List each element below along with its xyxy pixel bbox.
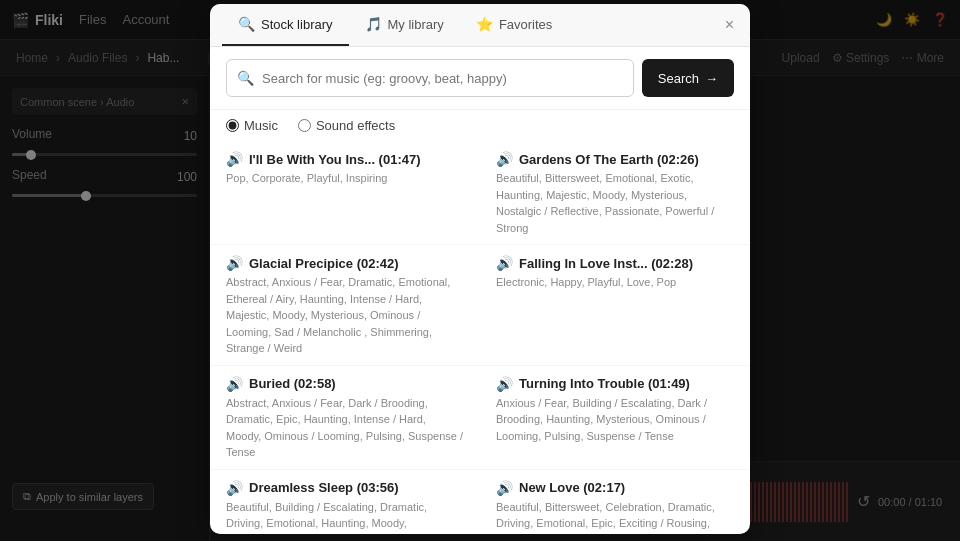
radio-row: Music Sound effects: [210, 110, 750, 137]
search-arrow-icon: →: [705, 71, 718, 86]
track-tags: Abstract, Anxious / Fear, Dramatic, Emot…: [226, 274, 464, 357]
track-tags: Beautiful, Bittersweet, Celebration, Dra…: [496, 499, 734, 535]
tab-favorites-label: Favorites: [499, 17, 552, 32]
track-tags: Electronic, Happy, Playful, Love, Pop: [496, 274, 734, 291]
speaker-icon: 🔊: [496, 480, 513, 496]
track-item[interactable]: 🔊 Falling In Love Inst... (02:28) Electr…: [480, 245, 750, 366]
track-title: Dreamless Sleep (03:56): [249, 480, 399, 495]
modal-search-area: 🔍 Search →: [210, 47, 750, 110]
modal-tabs: 🔍 Stock library 🎵 My library ⭐ Favorites…: [210, 4, 750, 47]
library-tab-icon: 🎵: [365, 16, 382, 32]
tab-my-library[interactable]: 🎵 My library: [349, 4, 460, 46]
track-tags: Anxious / Fear, Building / Escalating, D…: [496, 395, 734, 445]
radio-music[interactable]: [226, 119, 239, 132]
modal-overlay: 🔍 Stock library 🎵 My library ⭐ Favorites…: [0, 0, 960, 541]
search-row: 🔍 Search →: [226, 59, 734, 97]
tab-favorites[interactable]: ⭐ Favorites: [460, 4, 568, 46]
favorites-tab-icon: ⭐: [476, 16, 493, 32]
search-input[interactable]: [262, 71, 623, 86]
speaker-icon: 🔊: [496, 255, 513, 271]
track-title: Glacial Precipice (02:42): [249, 256, 399, 271]
track-title: Falling In Love Inst... (02:28): [519, 256, 693, 271]
track-tags: Abstract, Anxious / Fear, Dark / Broodin…: [226, 395, 464, 461]
search-button-label: Search: [658, 71, 699, 86]
search-input-wrap: 🔍: [226, 59, 634, 97]
speaker-icon: 🔊: [226, 376, 243, 392]
track-title: I'll Be With You Ins... (01:47): [249, 152, 421, 167]
track-title: Gardens Of The Earth (02:26): [519, 152, 699, 167]
search-icon: 🔍: [237, 70, 254, 86]
track-item[interactable]: 🔊 I'll Be With You Ins... (01:47) Pop, C…: [210, 141, 480, 245]
track-item[interactable]: 🔊 Turning Into Trouble (01:49) Anxious /…: [480, 366, 750, 470]
track-item[interactable]: 🔊 Glacial Precipice (02:42) Abstract, An…: [210, 245, 480, 366]
speaker-icon: 🔊: [496, 151, 513, 167]
track-columns: 🔊 I'll Be With You Ins... (01:47) Pop, C…: [210, 141, 750, 534]
track-item[interactable]: 🔊 Gardens Of The Earth (02:26) Beautiful…: [480, 141, 750, 245]
audio-search-modal: 🔍 Stock library 🎵 My library ⭐ Favorites…: [210, 4, 750, 534]
speaker-icon: 🔊: [226, 480, 243, 496]
track-list: 🔊 I'll Be With You Ins... (01:47) Pop, C…: [210, 137, 750, 534]
track-title: Turning Into Trouble (01:49): [519, 376, 690, 391]
speaker-icon: 🔊: [226, 255, 243, 271]
speaker-icon: 🔊: [496, 376, 513, 392]
track-tags: Beautiful, Bittersweet, Emotional, Exoti…: [496, 170, 734, 236]
track-tags: Beautiful, Building / Escalating, Dramat…: [226, 499, 464, 535]
track-title: New Love (02:17): [519, 480, 625, 495]
radio-sound-effects-text: Sound effects: [316, 118, 395, 133]
search-button[interactable]: Search →: [642, 59, 734, 97]
radio-music-text: Music: [244, 118, 278, 133]
speaker-icon: 🔊: [226, 151, 243, 167]
search-tab-icon: 🔍: [238, 16, 255, 32]
track-item[interactable]: 🔊 Buried (02:58) Abstract, Anxious / Fea…: [210, 366, 480, 470]
radio-sound-effects[interactable]: [298, 119, 311, 132]
track-tags: Pop, Corporate, Playful, Inspiring: [226, 170, 464, 187]
track-item[interactable]: 🔊 Dreamless Sleep (03:56) Beautiful, Bui…: [210, 470, 480, 535]
radio-music-label[interactable]: Music: [226, 118, 278, 133]
track-title: Buried (02:58): [249, 376, 336, 391]
radio-sound-effects-label[interactable]: Sound effects: [298, 118, 395, 133]
tab-stock-label: Stock library: [261, 17, 333, 32]
track-item[interactable]: 🔊 New Love (02:17) Beautiful, Bitterswee…: [480, 470, 750, 535]
tab-stock-library[interactable]: 🔍 Stock library: [222, 4, 349, 46]
tab-library-label: My library: [388, 17, 444, 32]
modal-close-button[interactable]: ×: [721, 12, 738, 38]
